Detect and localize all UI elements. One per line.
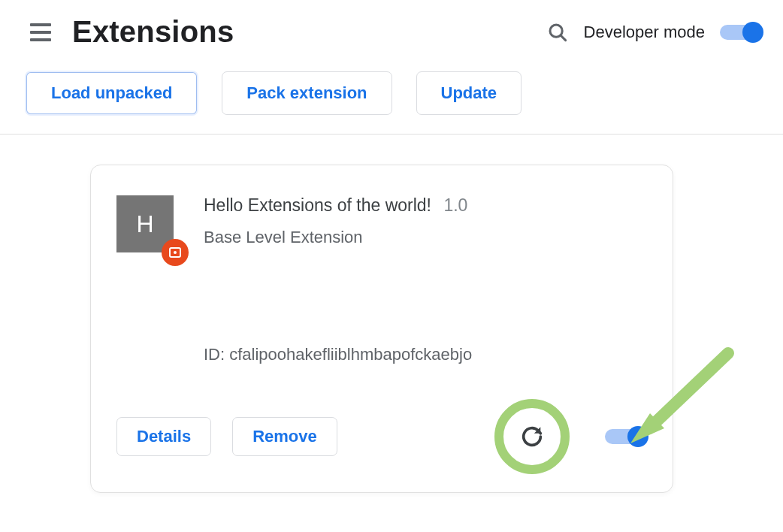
update-button[interactable]: Update — [416, 71, 522, 115]
reload-button[interactable] — [518, 422, 546, 451]
pack-extension-button[interactable]: Pack extension — [222, 71, 392, 115]
extension-id-value: cfalipoohakefliiblhmbapofckaebjo — [229, 345, 472, 364]
extension-card: H Hello Extensions of the world! 1.0 Bas… — [90, 165, 673, 493]
svg-line-1 — [561, 35, 566, 41]
load-unpacked-button[interactable]: Load unpacked — [26, 71, 198, 115]
extension-description: Base Level Extension — [204, 228, 647, 247]
details-button[interactable]: Details — [116, 417, 211, 456]
reload-icon — [519, 424, 545, 449]
header-bar: Extensions Developer mode — [0, 0, 783, 62]
main-area: H Hello Extensions of the world! 1.0 Bas… — [0, 135, 783, 493]
extension-title-row: Hello Extensions of the world! 1.0 — [204, 195, 647, 216]
extension-version: 1.0 — [443, 195, 467, 215]
menu-icon[interactable] — [30, 20, 56, 45]
extension-id: ID: cfalipoohakefliiblhmbapofckaebjo — [204, 345, 647, 364]
extension-icon-letter: H — [136, 210, 153, 238]
svg-line-2 — [649, 353, 728, 428]
extension-icon: H — [116, 195, 174, 252]
developer-mode-toggle[interactable] — [720, 23, 762, 41]
extension-id-prefix: ID: — [204, 345, 225, 364]
unpacked-folder-icon — [162, 239, 189, 266]
page-title: Extensions — [72, 15, 234, 49]
extension-name: Hello Extensions of the world! — [204, 195, 431, 215]
toolbar: Load unpacked Pack extension Update — [0, 62, 783, 134]
remove-button[interactable]: Remove — [232, 417, 337, 456]
extension-enable-toggle[interactable] — [605, 428, 647, 446]
search-icon[interactable] — [546, 21, 569, 44]
developer-mode-label: Developer mode — [584, 23, 705, 42]
